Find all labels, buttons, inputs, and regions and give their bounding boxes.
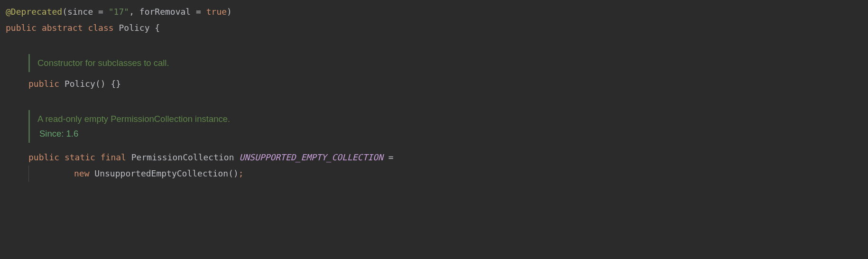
constant-name: UNSUPPORTED_EMPTY_COLLECTION	[239, 152, 383, 162]
keyword-new: new	[74, 168, 90, 178]
javadoc-text: Constructor for subclasses to call.	[37, 56, 862, 70]
keyword-abstract: abstract	[42, 23, 83, 33]
comma: ,	[129, 7, 139, 17]
blank-line	[6, 36, 862, 49]
parens: ()	[228, 168, 239, 178]
class-name-Policy: Policy	[119, 23, 149, 33]
empty-body: {}	[111, 79, 121, 89]
blank-line	[6, 92, 862, 105]
keyword-true: true	[206, 7, 227, 17]
javadoc-block-field: A read-only empty PermissionCollection i…	[28, 110, 862, 143]
javadoc-block-constructor: Constructor for subclasses to call.	[28, 54, 862, 72]
code-line-constructor: public Policy() {}	[6, 76, 862, 92]
lbrace: {	[155, 23, 160, 33]
annotation-name: @Deprecated	[6, 7, 62, 17]
code-line-annotation: @Deprecated(since = "17", forRemoval = t…	[6, 4, 862, 20]
eq: =	[191, 7, 206, 17]
keyword-static: static	[65, 152, 95, 162]
javadoc-since: Since: 1.6	[37, 126, 862, 141]
string-17: "17"	[109, 7, 129, 17]
javadoc-text: A read-only empty PermissionCollection i…	[37, 111, 862, 126]
lparen: (	[62, 7, 67, 17]
code-line-field-decl: public static final PermissionCollection…	[6, 149, 862, 166]
type-UnsupportedEmptyCollection: UnsupportedEmptyCollection	[94, 168, 228, 178]
constructor-name-Policy: Policy	[65, 79, 95, 89]
eq: =	[93, 7, 109, 17]
keyword-final: final	[101, 152, 126, 162]
code-line-class-decl: public abstract class Policy {	[6, 20, 862, 36]
param-forRemoval: forRemoval	[139, 7, 191, 17]
parens: ()	[95, 79, 106, 89]
rparen: )	[227, 7, 232, 17]
keyword-class: class	[88, 23, 113, 33]
code-line-field-init: new UnsupportedEmptyCollection();	[6, 166, 862, 182]
semicolon: ;	[239, 168, 244, 178]
keyword-public: public	[28, 79, 59, 89]
eq: =	[388, 152, 394, 162]
keyword-public: public	[6, 23, 37, 33]
param-since: since	[67, 7, 93, 17]
type-PermissionCollection: PermissionCollection	[131, 152, 234, 162]
keyword-public: public	[28, 152, 59, 162]
